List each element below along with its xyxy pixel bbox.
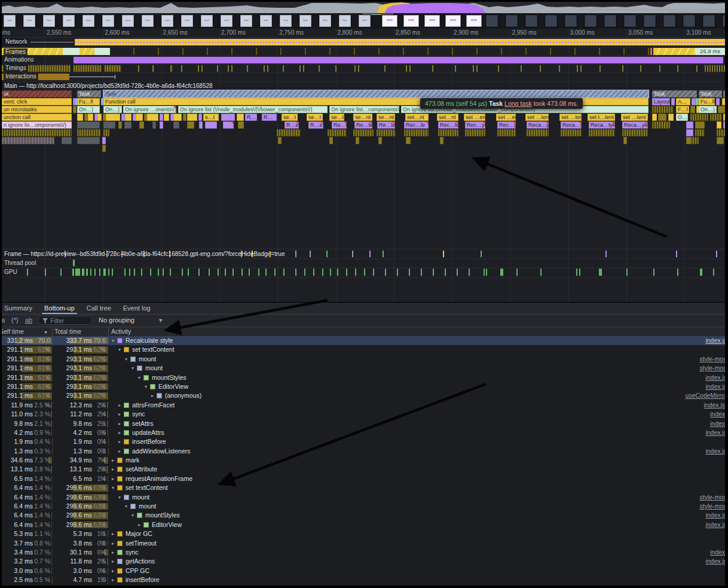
filmstrip-screenshot[interactable] [643, 14, 656, 28]
table-row[interactable]: 291.1 ms61.6 %293.1 ms62.0 %▾mountstyle-… [2, 364, 725, 373]
flame-box[interactable]: On ignore …onents\/) [123, 106, 176, 113]
flame-box[interactable] [2, 137, 54, 144]
tree-expand-icon[interactable]: ▾ [123, 502, 129, 511]
flame-box[interactable]: se…t [307, 114, 323, 121]
col-activity[interactable]: Activity [111, 327, 131, 336]
flame-box[interactable]: On ignore list (\/node_modules\/|\/bower… [178, 106, 328, 113]
frame-segment[interactable] [653, 48, 695, 55]
source-link[interactable]: index.js [705, 428, 725, 437]
flame-box[interactable] [722, 98, 725, 105]
network-track-label[interactable]: Network [4, 38, 29, 45]
tree-expand-icon[interactable]: ▸ [136, 520, 142, 529]
frame-segment-idle[interactable] [63, 48, 79, 55]
flame-box[interactable] [187, 114, 197, 121]
track-network[interactable]: Network [2, 38, 725, 47]
flame-box[interactable] [723, 114, 725, 121]
table-row[interactable]: 6.4 ms1.4 %299.6 ms63.3 %▾mountstyle-mod [2, 493, 725, 502]
flame-box[interactable] [238, 121, 244, 129]
grouping-caret-icon[interactable]: ▾ [159, 316, 163, 324]
table-row[interactable]: 291.1 ms61.6 %293.1 ms62.0 %▾EditorViewi… [2, 382, 725, 391]
source-link[interactable]: index.js [705, 336, 725, 345]
filmstrip-screenshot[interactable] [604, 14, 617, 28]
flame-box[interactable]: set…nt [405, 114, 429, 121]
filmstrip-screenshot[interactable] [722, 14, 725, 28]
filmstrip-screenshot[interactable] [424, 14, 441, 28]
flame-box[interactable] [221, 114, 235, 121]
flame-box[interactable] [88, 114, 93, 121]
regex-icon[interactable]: (*) [11, 316, 19, 324]
main-thread-label[interactable]: Main — http://localhost:3000/projects/bd… [4, 82, 213, 90]
flame-box[interactable]: set …tent [621, 114, 648, 121]
tree-expand-icon[interactable]: ▸ [110, 474, 116, 483]
frame-track-label[interactable]: Frame — https://id-preview--bd53fd9d-728… [4, 250, 285, 258]
tree-expand-icon[interactable]: ▾ [117, 493, 123, 502]
source-link[interactable]: index.js: [703, 401, 725, 410]
track-interactions[interactable]: Interactions [2, 72, 725, 82]
table-row[interactable]: 291.1 ms61.6 %293.1 ms62.0 %▾set textCon… [2, 345, 725, 354]
filmstrip-screenshot[interactable] [564, 14, 577, 28]
tree-expand-icon[interactable]: ▸ [110, 557, 116, 566]
table-row[interactable]: 11.9 ms2.5 %12.3 ms2.6 %▸attrsFromFaceti… [2, 401, 725, 410]
flame-box[interactable] [561, 129, 582, 136]
source-link[interactable]: index.js [705, 520, 725, 529]
filmstrip-screenshot[interactable] [623, 14, 637, 28]
filmstrip-screenshot[interactable] [381, 14, 398, 28]
col-total-time[interactable]: Total time [54, 327, 81, 336]
tree-expand-icon[interactable]: ▾ [130, 364, 136, 373]
flame-box[interactable] [716, 98, 720, 105]
flame-box[interactable]: R…e [285, 121, 299, 129]
flame-box[interactable] [118, 121, 122, 129]
flame-box[interactable]: Rec…le [404, 121, 429, 129]
flame-box[interactable] [717, 129, 725, 136]
flame-box[interactable] [187, 121, 194, 129]
table-row[interactable]: 6.4 ms1.4 %299.6 ms63.3 %▾mountStylesind… [2, 511, 725, 520]
flame-box[interactable] [102, 137, 106, 144]
filmstrip-screenshot[interactable] [42, 14, 56, 28]
flame-box[interactable] [124, 121, 131, 129]
flame-box[interactable] [62, 137, 72, 144]
frame-segments[interactable] [110, 48, 649, 55]
flame-box[interactable]: n ignore lis…omponents\/) [2, 121, 72, 129]
flame-box[interactable] [73, 106, 77, 113]
tree-expand-icon[interactable]: ▸ [117, 410, 123, 419]
flame-box[interactable] [136, 114, 143, 121]
flame-box[interactable] [205, 121, 217, 129]
flame-box[interactable] [723, 90, 725, 98]
flame-box[interactable] [237, 114, 244, 121]
flame-box[interactable]: Layout [652, 98, 670, 105]
filmstrip-screenshot[interactable] [102, 14, 115, 28]
filmstrip-screenshot[interactable] [545, 14, 558, 28]
flame-box[interactable] [160, 114, 163, 121]
flame-box[interactable]: Rec…le [438, 121, 458, 129]
flame-box[interactable]: Reca…yle [622, 121, 648, 129]
source-link[interactable]: index.js [705, 511, 725, 520]
table-row[interactable]: 6.4 ms1.4 %299.6 ms63.3 %▾mountstyle-mod [2, 502, 725, 511]
filmstrip-screenshot[interactable] [505, 14, 518, 28]
flame-box[interactable] [406, 137, 411, 144]
track-frame-renderer[interactable]: Frame — https://id-preview--bd53fd9d-728… [2, 249, 725, 259]
table-row[interactable]: 6.5 ms1.4 %6.5 ms1.4 %▸requestAnimationF… [2, 474, 725, 483]
track-thread-pool[interactable]: Thread pool [2, 258, 725, 268]
filmstrip-screenshot[interactable] [220, 14, 233, 28]
flame-box[interactable] [440, 137, 443, 144]
flame-box[interactable]: set …ent [496, 114, 516, 121]
source-link[interactable]: index.js [705, 557, 725, 566]
timings-track-label[interactable]: Timings [4, 65, 28, 72]
flame-box[interactable]: vent: click [2, 98, 72, 105]
flame-box[interactable] [589, 129, 615, 136]
flame-box[interactable] [652, 106, 674, 113]
flame-box[interactable] [658, 114, 666, 121]
flame-box[interactable] [147, 114, 158, 121]
filmstrip-screenshot[interactable] [525, 14, 538, 28]
gpu-track-label[interactable]: GPU [4, 268, 17, 276]
flame-box[interactable] [652, 121, 670, 129]
flame-box[interactable] [353, 129, 374, 136]
flame-box[interactable] [103, 129, 109, 136]
flame-box[interactable] [671, 98, 675, 105]
flame-box[interactable]: se…nt [377, 114, 395, 121]
flame-box[interactable]: Re…e [332, 121, 347, 129]
filmstrip-screenshot[interactable] [663, 14, 676, 28]
flame-box[interactable]: Task [699, 90, 722, 98]
col-self-time[interactable]: Self time [2, 327, 24, 336]
match-word-icon[interactable]: ab [25, 316, 32, 324]
